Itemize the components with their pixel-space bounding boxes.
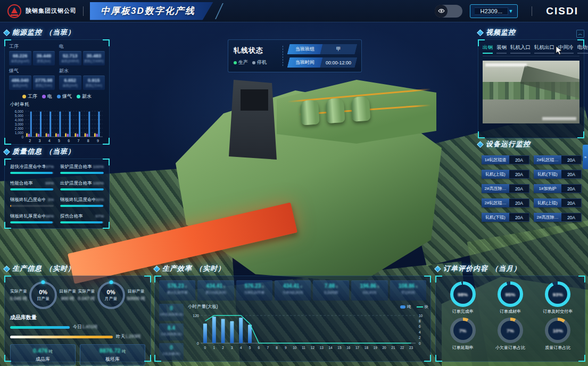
energy-group-name: 煤气 (9, 68, 55, 74)
panel-title: 生产效率 （实时） (154, 264, 431, 273)
svg-text:4,000: 4,000 (15, 118, 24, 122)
svg-text:3: 3 (38, 139, 40, 143)
legend-item[interactable]: 吨 (400, 304, 411, 310)
inventory-bar-day: 昨天 (116, 334, 125, 339)
efficiency-metric-card: 108.86 s空过时间 (390, 280, 426, 301)
quality-grid: 超快冷温度命中率97%装炉温度合格率100%性能合格率99%出炉温度合格率100… (10, 164, 104, 223)
legend-item[interactable]: 新水 (77, 93, 92, 100)
equipment-item[interactable]: 1#轧区辊道20A (482, 155, 529, 164)
efficiency-metric-unit: s (184, 285, 187, 288)
company-name: 陕钢集团汉钢公司 (26, 7, 77, 15)
panel-title: 订单评价内容 （当月） (435, 264, 585, 273)
video-tab-轧机出口[interactable]: 轧机出口 (534, 44, 554, 54)
inventory-bar-row: 今日1,401吨 (10, 324, 145, 330)
efficiency-metric-label: 轧制间隙 (313, 290, 349, 295)
target-output-value: 900 吨 (59, 296, 76, 302)
legend-item[interactable]: 煤气 (57, 93, 72, 100)
quality-percent: 100% (93, 181, 104, 186)
energy-metric-card: 39.449累耗(tce) (33, 51, 55, 65)
efficiency-metric-label: 当班纯轧时间 (275, 290, 311, 295)
diamond-icon (3, 148, 10, 155)
quality-bar-fill (10, 172, 53, 174)
line-status-divider (283, 46, 283, 66)
video-tab-轧机入口[interactable]: 轧机入口 (510, 44, 531, 54)
production-gauges: 实际产量0.045 吨0%日产量目标产量900 吨实际产量0.047 吨0%月产… (10, 281, 145, 309)
equipment-name: 1#轧区辊道 (482, 155, 509, 164)
legend-swatch (400, 305, 405, 309)
video-tab-装钢[interactable]: 装钢 (496, 44, 507, 54)
collapse-panel-button[interactable]: ︿ (576, 30, 584, 38)
warehouse-value: 0.476吨 (11, 347, 75, 354)
efficiency-metric-card: 434.41 s当班纯轧时间 (275, 280, 311, 301)
line-selector-dropdown[interactable]: H2309... ▼ (470, 4, 518, 18)
cctv-video-frame[interactable] (483, 61, 579, 123)
svg-text:120: 120 (193, 314, 199, 318)
order-gauge-label: 订单成材率 (487, 309, 533, 314)
warehouse-label: 成品库 (11, 356, 75, 363)
quality-bar-fill (60, 188, 104, 190)
equipment-item[interactable]: 2#高压除…20A (534, 213, 582, 222)
energy-metric-value: 6.652 (60, 78, 80, 83)
legend-item[interactable]: 块 (417, 304, 429, 310)
header-divider (532, 6, 532, 16)
warehouse-card: 0.476吨成品库 (10, 344, 76, 365)
line-status-legend: 生产停机 (234, 59, 277, 66)
svg-text:15: 15 (337, 346, 342, 350)
ribbon-label-text: 当班班组 (295, 46, 314, 53)
svg-text:6: 6 (258, 346, 260, 350)
svg-text:18: 18 (365, 346, 369, 350)
panel-title: 能源监控 （当班） (4, 28, 110, 37)
efficiency-side-metrics: 0小时轧制块数(块)8.4日轧制块数(块)0日轧制量(吨) (159, 304, 184, 361)
visibility-toggle[interactable] (435, 5, 462, 18)
equipment-item[interactable]: 轧机(下辊)20A (534, 170, 582, 179)
header-slash-decor (215, 3, 223, 19)
side-metric-label: 小时轧制块数(块) (159, 312, 184, 317)
legend-item[interactable]: 电 (42, 93, 52, 100)
legend-item[interactable]: 工序 (22, 93, 37, 100)
energy-groups: 工序68.226单耗(kgce/t)39.449累耗(tce)电52.713单耗… (9, 43, 105, 90)
quality-item: 钢板终轧温度命中率99% (60, 197, 104, 207)
status-legend-item: 停机 (252, 59, 267, 66)
svg-text:9: 9 (285, 346, 287, 350)
equipment-item[interactable]: 轧机(上辊)20A (482, 170, 529, 179)
efficiency-metric-card: 576.23 s累计轧制节奏 (159, 280, 195, 301)
video-title: 视频监控 (486, 28, 516, 37)
quality-title: 质量信息 (12, 147, 42, 156)
equipment-item[interactable]: 1#加热炉20A (534, 184, 582, 193)
energy-group-cards: 68.226单耗(kgce/t)39.449累耗(tce) (9, 51, 55, 65)
equipment-item[interactable]: 轧机(下辊)20A (482, 213, 529, 222)
legend-label: 吨 (407, 304, 411, 310)
video-tab-电动热[interactable]: 电动热 (577, 44, 588, 54)
quality-bar-track (60, 188, 104, 190)
svg-text:0: 0 (21, 135, 23, 139)
diamond-icon (477, 141, 484, 148)
inventory-bar-day: 今日 (73, 324, 82, 329)
line-status-title: 轧线状态 (234, 46, 277, 55)
energy-metric-unit: 单耗(m³/t) (10, 84, 30, 88)
inventory-bar-row: 昨天1,293吨 (10, 334, 145, 340)
orders-title-suffix: （当月） (491, 264, 521, 273)
equipment-item[interactable]: 轧机(上辊)20A (534, 198, 582, 207)
ribbon-label-text: 当班时间 (295, 59, 314, 66)
ribbon-value: 00:00-12:00 (320, 57, 358, 68)
efficiency-metric-label: 累计纯轧时间 (197, 290, 234, 295)
line-status-rows: 当班班组甲当班时间00:00-12:00 (288, 44, 356, 68)
side-metric-value: 8.4 (159, 325, 184, 331)
quality-item-row: 装炉温度合格率100% (60, 164, 104, 170)
order-gauge-ring: 93% (545, 281, 570, 307)
slide-out-handle[interactable]: » (583, 145, 588, 169)
video-tab-出钢[interactable]: 出钢 (483, 44, 493, 54)
production-title: 生产信息 (12, 264, 42, 273)
quality-item-row: 钢板终轧温度命中率99% (60, 197, 104, 203)
equipment-item[interactable]: 2#轧区辊…20A (534, 155, 582, 164)
energy-metric-card: 68.226单耗(kgce/t) (9, 51, 31, 65)
efficiency-metric-unit: s (300, 285, 302, 288)
actual-output: 实际产量0.047 吨 (78, 288, 95, 302)
efficiency-metric-value: 576.23 s (159, 283, 195, 289)
video-tab-中间冷[interactable]: 中间冷 (558, 44, 574, 54)
legend-label: 新水 (82, 93, 92, 100)
equipment-item[interactable]: 2#高压除…20A (482, 184, 529, 193)
quality-item-row: 钢板终轧凸度命中率3% (10, 197, 54, 203)
order-gauge-percent: 98% (458, 292, 468, 297)
equipment-item[interactable]: 2#轧区辊…20A (482, 198, 529, 207)
